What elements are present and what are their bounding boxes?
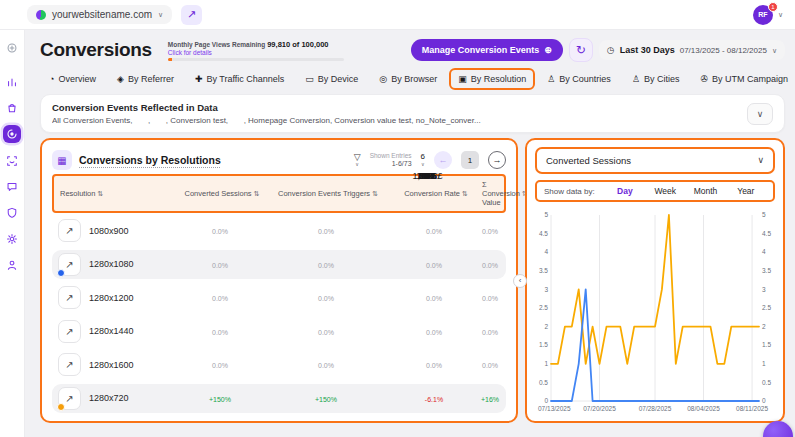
tab-label: By UTM Campaign	[712, 74, 788, 84]
by-utm-campaign-icon: ✇	[700, 75, 708, 84]
chevron-left-icon: ‹	[519, 276, 522, 285]
refresh-icon: ↻	[576, 43, 586, 57]
y-tick-label: 0.5	[762, 379, 771, 386]
chat-icon[interactable]	[4, 178, 21, 195]
y-tick-label: 2.5	[539, 304, 548, 311]
content-row: ▦ Conversions by Resolutions ▽ ∨ Shown E…	[40, 138, 785, 423]
tab-by-cities[interactable]: ♙By Cities	[623, 68, 689, 90]
profile-icon[interactable]	[4, 256, 21, 273]
y-tick-label: 1	[544, 360, 548, 367]
conversions-table-card: ▦ Conversions by Resolutions ▽ ∨ Shown E…	[40, 138, 518, 423]
period-month[interactable]: Month	[685, 186, 725, 196]
value-cell: 1,854 £+16%	[480, 394, 500, 403]
tab-by-traffic-channels[interactable]: ✚By Traffic Channels	[186, 68, 293, 90]
analytics-icon[interactable]	[4, 73, 21, 90]
period-day[interactable]: Day	[605, 186, 645, 196]
tab-by-utm-campaign[interactable]: ✇By UTM Campaign	[691, 68, 795, 90]
series-color-dot	[57, 403, 65, 411]
clock-icon: ◷	[607, 45, 615, 55]
period-week[interactable]: Week	[645, 186, 685, 196]
page-header: Conversions Monthly Page Views Remaining…	[40, 33, 785, 67]
quota-value: 99,810 of 100,000	[267, 40, 328, 49]
arrow-left-icon: ←	[439, 155, 448, 165]
report-tabs: ◔Overview◈By Referrer✚By Traffic Channel…	[40, 68, 785, 90]
y-tick-label: 4	[762, 248, 766, 255]
y-tick-label: 4	[544, 248, 548, 255]
by-referrer-icon: ◈	[117, 75, 124, 84]
next-page-button[interactable]: →	[488, 151, 506, 169]
chart-card: Converted Sessions ∨ Show data by: DayWe…	[525, 138, 785, 423]
shown-entries: Shown Entries 1-6/73	[370, 152, 412, 169]
chevron-down-icon: ∨	[421, 162, 425, 167]
refresh-button[interactable]: ↻	[569, 38, 593, 62]
y-tick-label: 4.5	[762, 230, 771, 237]
shop-bag-icon[interactable]	[4, 99, 21, 116]
chevron-down-icon: ∨	[757, 109, 764, 119]
conversion-events-summary: Conversion Events Reflected in Data All …	[40, 94, 785, 133]
date-range-label: Last 30 Days	[620, 45, 675, 55]
tab-by-browser[interactable]: ◎By Browser	[370, 68, 446, 90]
browser-top-bar: yourwebsitename.com ∨ ↗ RF 1 ∨	[0, 0, 795, 30]
plus-circle-icon: ⊕	[544, 45, 552, 55]
series-color-dot	[57, 269, 65, 277]
metric-dropdown[interactable]: Converted Sessions ∨	[535, 147, 775, 174]
table-row-1280x720[interactable]: ↗1280x72057+150%737+150%86%-6.1%1,854 £+…	[52, 384, 506, 413]
app-sidebar	[0, 30, 25, 437]
quota-progress-bar	[168, 58, 344, 61]
tab-by-countries[interactable]: ♙By Countries	[538, 68, 620, 90]
pageviews-quota: Monthly Page Views Remaining99,810 of 10…	[168, 40, 344, 61]
tab-label: By Resolution	[471, 74, 527, 84]
filter-funnel-button[interactable]: ▽ ∨	[354, 153, 361, 167]
y-tick-label: 1	[762, 360, 766, 367]
chart-svg: 07/13/202507/20/202507/28/202508/04/2025…	[535, 208, 775, 414]
x-tick-label: 08/04/2025	[687, 405, 720, 412]
y-tick-label: 3.5	[762, 267, 771, 274]
tab-by-device[interactable]: ▭By Device	[296, 68, 367, 90]
quota-label: Monthly Page Views Remaining	[168, 41, 265, 48]
by-resolution-icon: ▣	[458, 75, 467, 84]
show-data-by-toggle: Show data by: DayWeekMonthYear	[535, 180, 775, 202]
summary-title: Conversion Events Reflected in Data	[52, 102, 481, 113]
account-chevron-icon[interactable]: ∨	[778, 11, 783, 18]
date-range-picker[interactable]: ◷ Last 30 Days 07/13/2025 - 08/12/2025 ∨	[599, 40, 785, 60]
y-tick-label: 0	[762, 397, 766, 404]
date-range-value: 07/13/2025 - 08/12/2025	[680, 46, 767, 55]
manage-conversion-events-button[interactable]: Manage Conversion Events ⊕	[411, 39, 563, 61]
site-selector[interactable]: yourwebsitename.com ∨	[27, 5, 172, 24]
page-title: Conversions	[40, 39, 152, 61]
open-site-button[interactable]: ↗	[181, 5, 202, 25]
x-tick-label: 08/11/2025	[736, 405, 768, 412]
conversions-icon[interactable]	[3, 125, 21, 143]
tab-by-referrer[interactable]: ◈By Referrer	[108, 68, 183, 90]
site-favicon	[36, 10, 46, 20]
visitors-icon[interactable]	[4, 152, 21, 169]
notification-badge: 1	[768, 2, 778, 12]
tab-label: By Traffic Channels	[206, 74, 284, 84]
by-device-icon: ▭	[305, 75, 314, 84]
y-tick-label: 3.5	[539, 267, 548, 274]
overview-icon: ◔	[49, 75, 54, 84]
account-menu[interactable]: RF 1	[753, 5, 773, 25]
quota-details-link[interactable]: Click for details	[168, 49, 344, 56]
y-tick-label: 5	[544, 211, 548, 218]
y-tick-label: 1.5	[762, 341, 771, 348]
tab-label: By Cities	[644, 74, 680, 84]
tab-label: By Referrer	[128, 74, 174, 84]
collapse-panel-handle[interactable]: ‹	[513, 274, 527, 288]
current-page[interactable]: 1	[461, 151, 479, 169]
expand-summary-button[interactable]: ∨	[747, 103, 773, 125]
tab-label: By Countries	[559, 74, 611, 84]
settings-icon[interactable]	[4, 230, 21, 247]
x-tick-label: 07/13/2025	[538, 405, 571, 412]
chevron-down-icon: ∨	[158, 11, 163, 18]
y-tick-label: 3	[762, 286, 766, 293]
shield-icon[interactable]	[4, 204, 21, 221]
period-year[interactable]: Year	[726, 186, 766, 196]
conversions-line-chart: 07/13/202507/20/202507/28/202508/04/2025…	[535, 208, 775, 414]
page-size-select[interactable]: 6 ∨	[421, 153, 425, 167]
tab-by-resolution[interactable]: ▣By Resolution	[449, 68, 535, 90]
target-plus-icon[interactable]	[4, 39, 21, 56]
tab-overview[interactable]: ◔Overview	[40, 68, 105, 90]
chevron-down-icon: ∨	[772, 47, 777, 54]
prev-page-button[interactable]: ←	[434, 151, 452, 169]
